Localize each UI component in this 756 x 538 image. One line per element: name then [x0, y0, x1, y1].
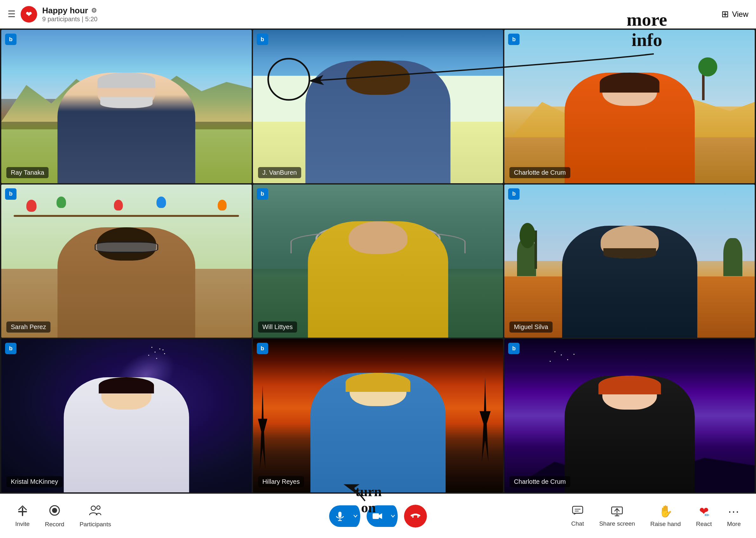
header: ☰ ❤ Happy hour ⚙ 9 participants | 5:20 ⊞…: [0, 0, 756, 28]
mic-group: [329, 505, 363, 527]
participants-button[interactable]: Participants: [80, 505, 111, 528]
bing-icon-kristal: b: [5, 343, 17, 354]
name-label-miguel: Miguel Silva: [509, 321, 552, 333]
bing-icon-hillary: b: [257, 343, 268, 354]
settings-icon[interactable]: ⚙: [91, 7, 97, 14]
video-cell-charlotte-2: b Charlotte de Crum: [504, 339, 755, 492]
toolbar: Invite Record Participants: [0, 494, 756, 538]
react-label: React: [696, 520, 712, 527]
record-button[interactable]: Record: [45, 505, 64, 528]
bing-icon-ray: b: [5, 33, 17, 45]
header-left: ☰ ❤ Happy hour ⚙ 9 participants | 5:20: [8, 6, 97, 23]
mic-button[interactable]: [329, 505, 351, 527]
svg-point-3: [52, 508, 57, 513]
toolbar-left: Invite Record Participants: [15, 505, 111, 528]
record-icon: [48, 505, 61, 518]
chat-button[interactable]: Chat: [571, 505, 584, 527]
video-chevron-button[interactable]: [388, 505, 398, 527]
share-screen-icon: [611, 505, 623, 518]
raise-hand-button[interactable]: ✋ Raise hand: [650, 505, 681, 527]
more-icon: ···: [728, 505, 739, 518]
svg-point-5: [97, 506, 100, 509]
name-label-charlotte2: Charlotte de Crum: [509, 476, 570, 487]
invite-icon: [17, 505, 28, 518]
menu-icon[interactable]: ☰: [8, 9, 16, 19]
react-icon: ❤ ✏: [699, 505, 709, 518]
more-button[interactable]: ··· More: [727, 505, 741, 527]
name-label-sarah: Sarah Perez: [6, 321, 50, 333]
view-label: View: [732, 10, 748, 19]
raise-hand-icon: ✋: [659, 505, 673, 518]
chat-icon: [572, 505, 584, 518]
more-label: More: [727, 520, 741, 527]
toolbar-center: [329, 505, 427, 527]
react-button[interactable]: ❤ ✏ React: [696, 505, 712, 527]
name-label-will: Will Littyes: [258, 321, 297, 333]
video-cell-charlotte-1: b Charlotte de Crum: [504, 30, 755, 183]
video-cell-sarah-perez: b Sarah Perez: [1, 185, 252, 338]
name-label-kristal: Kristal McKinney: [6, 476, 63, 487]
video-cell-miguel-silva: b Miguel Silva: [504, 185, 755, 338]
video-cell-j-vanburen: b J. VanBuren: [253, 30, 503, 183]
name-label-hillary: Hillary Reyes: [258, 476, 304, 487]
bing-icon-charlotte2: b: [508, 343, 520, 354]
bing-icon-miguel: b: [508, 188, 520, 200]
participants-icon: [89, 505, 101, 518]
video-cell-hillary-reyes: b Hillary Reyes: [253, 339, 503, 492]
bing-icon-charlotte1: b: [508, 33, 520, 45]
svg-rect-10: [573, 506, 583, 513]
grid-icon: ⊞: [722, 9, 729, 19]
share-screen-button[interactable]: Share screen: [599, 505, 635, 527]
svg-rect-9: [373, 513, 379, 519]
svg-rect-1: [22, 507, 23, 516]
invite-label: Invite: [15, 520, 30, 527]
raise-hand-label: Raise hand: [650, 520, 681, 527]
view-button[interactable]: ⊞ View: [722, 9, 748, 19]
bing-icon-vanburen: b: [257, 33, 268, 45]
svg-point-4: [91, 506, 95, 511]
meeting-title: Happy hour: [42, 6, 88, 16]
meeting-info: Happy hour ⚙ 9 participants | 5:20: [42, 6, 97, 23]
svg-rect-6: [338, 512, 342, 517]
video-group: [367, 505, 401, 527]
name-label-charlotte1: Charlotte de Crum: [509, 167, 570, 178]
bing-icon-sarah: b: [5, 188, 17, 200]
video-cell-will-littyes: b Will Littyes: [253, 185, 503, 338]
end-call-button[interactable]: [404, 505, 427, 527]
share-screen-label: Share screen: [599, 520, 635, 527]
bing-icon-will: b: [257, 188, 268, 200]
record-label: Record: [45, 521, 64, 528]
name-label-vanburen: J. VanBuren: [258, 167, 301, 178]
name-label-ray: Ray Tanaka: [6, 167, 48, 178]
chat-label: Chat: [571, 520, 584, 527]
toolbar-right: Chat Share screen ✋ Raise hand ❤ ✏: [571, 505, 741, 527]
meeting-icon: ❤: [21, 6, 37, 23]
video-cell-ray-tanaka: b Ray Tanaka: [1, 30, 252, 183]
invite-button[interactable]: Invite: [15, 505, 30, 527]
video-grid: b Ray Tanaka b: [0, 28, 756, 494]
participants-info: 9 participants | 5:20: [42, 16, 97, 23]
video-cell-kristal-mckinney: b Kristal McKinney: [1, 339, 252, 492]
video-button[interactable]: [367, 505, 388, 527]
mic-chevron-button[interactable]: [351, 505, 360, 527]
participants-label: Participants: [80, 521, 111, 528]
